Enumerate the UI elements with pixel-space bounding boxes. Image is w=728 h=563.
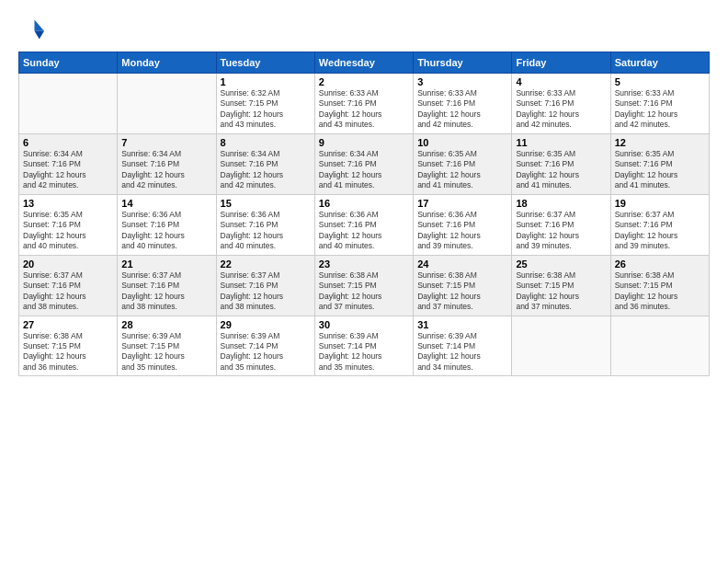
day-detail: Sunrise: 6:38 AM Sunset: 7:15 PM Dayligh…: [615, 270, 705, 313]
day-number: 5: [615, 76, 705, 87]
week-row-3: 13Sunrise: 6:35 AM Sunset: 7:16 PM Dayli…: [19, 194, 710, 255]
day-cell: 2Sunrise: 6:33 AM Sunset: 7:16 PM Daylig…: [314, 74, 413, 134]
day-cell: 21Sunrise: 6:37 AM Sunset: 7:16 PM Dayli…: [118, 255, 216, 316]
day-detail: Sunrise: 6:35 AM Sunset: 7:16 PM Dayligh…: [23, 210, 113, 252]
day-detail: Sunrise: 6:37 AM Sunset: 7:16 PM Dayligh…: [221, 270, 311, 313]
header-sunday: Sunday: [19, 52, 118, 74]
day-cell: 17Sunrise: 6:36 AM Sunset: 7:16 PM Dayli…: [414, 194, 512, 255]
day-number: 30: [319, 319, 409, 330]
logo: [18, 17, 48, 42]
day-number: 24: [417, 259, 507, 270]
day-number: 20: [23, 259, 113, 270]
day-detail: Sunrise: 6:35 AM Sunset: 7:16 PM Dayligh…: [516, 149, 606, 191]
day-number: 19: [615, 198, 705, 209]
day-number: 14: [121, 198, 211, 209]
day-cell: 20Sunrise: 6:37 AM Sunset: 7:16 PM Dayli…: [19, 255, 118, 316]
day-number: 28: [121, 319, 211, 330]
day-number: 23: [319, 259, 409, 270]
day-number: 4: [516, 76, 606, 87]
day-detail: Sunrise: 6:37 AM Sunset: 7:16 PM Dayligh…: [615, 210, 705, 252]
day-number: 18: [516, 198, 606, 209]
day-cell: 4Sunrise: 6:33 AM Sunset: 7:16 PM Daylig…: [512, 74, 610, 134]
day-number: 21: [121, 259, 211, 270]
day-number: 3: [417, 76, 507, 87]
day-detail: Sunrise: 6:37 AM Sunset: 7:16 PM Dayligh…: [516, 210, 606, 252]
day-number: 16: [319, 198, 409, 209]
day-number: 7: [121, 137, 211, 148]
logo-icon: [18, 17, 44, 42]
day-cell: 3Sunrise: 6:33 AM Sunset: 7:16 PM Daylig…: [414, 74, 512, 134]
day-number: 25: [516, 259, 606, 270]
day-detail: Sunrise: 6:35 AM Sunset: 7:16 PM Dayligh…: [615, 149, 705, 191]
day-detail: Sunrise: 6:37 AM Sunset: 7:16 PM Dayligh…: [121, 270, 211, 313]
day-number: 11: [516, 137, 606, 148]
day-cell: 14Sunrise: 6:36 AM Sunset: 7:16 PM Dayli…: [118, 194, 216, 255]
day-detail: Sunrise: 6:36 AM Sunset: 7:16 PM Dayligh…: [319, 210, 409, 252]
day-detail: Sunrise: 6:33 AM Sunset: 7:16 PM Dayligh…: [516, 88, 606, 131]
header-friday: Friday: [512, 52, 610, 74]
day-cell: 7Sunrise: 6:34 AM Sunset: 7:16 PM Daylig…: [118, 133, 216, 194]
day-cell: 28Sunrise: 6:39 AM Sunset: 7:15 PM Dayli…: [118, 316, 216, 376]
day-cell: 8Sunrise: 6:34 AM Sunset: 7:16 PM Daylig…: [216, 133, 314, 194]
day-number: 2: [319, 76, 409, 87]
header-tuesday: Tuesday: [216, 52, 314, 74]
day-cell: 23Sunrise: 6:38 AM Sunset: 7:15 PM Dayli…: [314, 255, 413, 316]
day-detail: Sunrise: 6:38 AM Sunset: 7:15 PM Dayligh…: [417, 270, 507, 313]
day-detail: Sunrise: 6:34 AM Sunset: 7:16 PM Dayligh…: [23, 149, 113, 191]
week-row-4: 20Sunrise: 6:37 AM Sunset: 7:16 PM Dayli…: [19, 255, 710, 316]
day-detail: Sunrise: 6:38 AM Sunset: 7:15 PM Dayligh…: [319, 270, 409, 313]
header-saturday: Saturday: [610, 52, 709, 74]
day-detail: Sunrise: 6:39 AM Sunset: 7:14 PM Dayligh…: [417, 331, 507, 373]
header-wednesday: Wednesday: [314, 52, 413, 74]
svg-marker-0: [35, 20, 45, 31]
header-thursday: Thursday: [414, 52, 512, 74]
header: [18, 17, 710, 42]
day-number: 13: [23, 198, 113, 209]
day-detail: Sunrise: 6:33 AM Sunset: 7:16 PM Dayligh…: [417, 88, 507, 131]
calendar-header-row: SundayMondayTuesdayWednesdayThursdayFrid…: [19, 52, 710, 74]
day-detail: Sunrise: 6:38 AM Sunset: 7:15 PM Dayligh…: [516, 270, 606, 313]
day-cell: 5Sunrise: 6:33 AM Sunset: 7:16 PM Daylig…: [610, 74, 709, 134]
day-cell: 6Sunrise: 6:34 AM Sunset: 7:16 PM Daylig…: [19, 133, 118, 194]
day-detail: Sunrise: 6:34 AM Sunset: 7:16 PM Dayligh…: [319, 149, 409, 191]
calendar-table: SundayMondayTuesdayWednesdayThursdayFrid…: [18, 52, 710, 376]
day-cell: 29Sunrise: 6:39 AM Sunset: 7:14 PM Dayli…: [216, 316, 314, 376]
day-detail: Sunrise: 6:39 AM Sunset: 7:15 PM Dayligh…: [121, 331, 211, 373]
day-cell: 16Sunrise: 6:36 AM Sunset: 7:16 PM Dayli…: [314, 194, 413, 255]
day-detail: Sunrise: 6:39 AM Sunset: 7:14 PM Dayligh…: [319, 331, 409, 373]
day-cell: [610, 316, 709, 376]
day-detail: Sunrise: 6:33 AM Sunset: 7:16 PM Dayligh…: [615, 88, 705, 131]
day-cell: 27Sunrise: 6:38 AM Sunset: 7:15 PM Dayli…: [19, 316, 118, 376]
header-monday: Monday: [118, 52, 216, 74]
day-detail: Sunrise: 6:36 AM Sunset: 7:16 PM Dayligh…: [417, 210, 507, 252]
day-detail: Sunrise: 6:34 AM Sunset: 7:16 PM Dayligh…: [121, 149, 211, 191]
day-cell: 30Sunrise: 6:39 AM Sunset: 7:14 PM Dayli…: [314, 316, 413, 376]
day-number: 1: [221, 76, 311, 87]
day-number: 9: [319, 137, 409, 148]
day-number: 31: [417, 319, 507, 330]
day-cell: 25Sunrise: 6:38 AM Sunset: 7:15 PM Dayli…: [512, 255, 610, 316]
day-cell: 1Sunrise: 6:32 AM Sunset: 7:15 PM Daylig…: [216, 74, 314, 134]
day-detail: Sunrise: 6:36 AM Sunset: 7:16 PM Dayligh…: [221, 210, 311, 252]
day-cell: 19Sunrise: 6:37 AM Sunset: 7:16 PM Dayli…: [610, 194, 709, 255]
day-number: 22: [221, 259, 311, 270]
day-number: 8: [221, 137, 311, 148]
day-cell: 31Sunrise: 6:39 AM Sunset: 7:14 PM Dayli…: [414, 316, 512, 376]
day-number: 15: [221, 198, 311, 209]
day-cell: 11Sunrise: 6:35 AM Sunset: 7:16 PM Dayli…: [512, 133, 610, 194]
day-cell: 24Sunrise: 6:38 AM Sunset: 7:15 PM Dayli…: [414, 255, 512, 316]
day-cell: 26Sunrise: 6:38 AM Sunset: 7:15 PM Dayli…: [610, 255, 709, 316]
day-cell: 10Sunrise: 6:35 AM Sunset: 7:16 PM Dayli…: [414, 133, 512, 194]
week-row-1: 1Sunrise: 6:32 AM Sunset: 7:15 PM Daylig…: [19, 74, 710, 134]
day-cell: 18Sunrise: 6:37 AM Sunset: 7:16 PM Dayli…: [512, 194, 610, 255]
day-number: 10: [417, 137, 507, 148]
day-detail: Sunrise: 6:33 AM Sunset: 7:16 PM Dayligh…: [319, 88, 409, 131]
page: SundayMondayTuesdayWednesdayThursdayFrid…: [0, 0, 728, 563]
day-number: 12: [615, 137, 705, 148]
day-detail: Sunrise: 6:38 AM Sunset: 7:15 PM Dayligh…: [23, 331, 113, 373]
day-detail: Sunrise: 6:36 AM Sunset: 7:16 PM Dayligh…: [121, 210, 211, 252]
day-cell: [512, 316, 610, 376]
day-number: 29: [221, 319, 311, 330]
day-cell: 13Sunrise: 6:35 AM Sunset: 7:16 PM Dayli…: [19, 194, 118, 255]
day-cell: [118, 74, 216, 134]
